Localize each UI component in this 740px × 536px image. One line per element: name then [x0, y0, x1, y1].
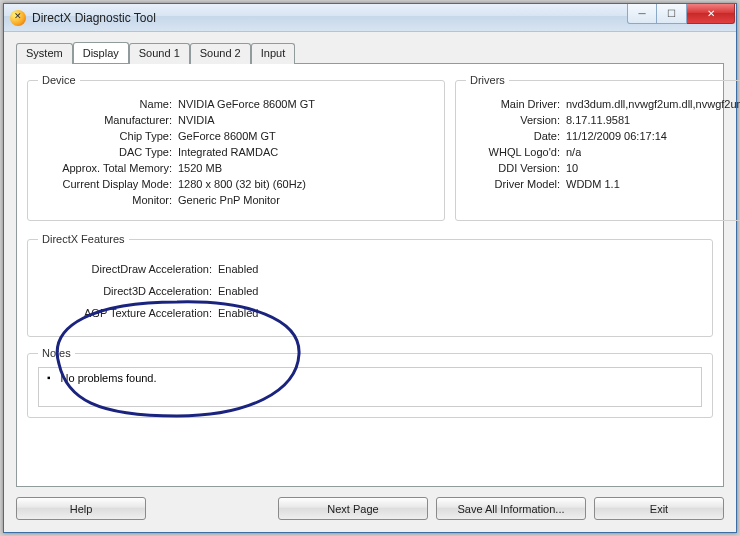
- device-monitor: Generic PnP Monitor: [178, 194, 280, 206]
- device-name-label: Name:: [38, 98, 178, 110]
- drivers-legend: Drivers: [466, 74, 509, 86]
- close-button[interactable]: ✕: [687, 4, 735, 24]
- help-button[interactable]: Help: [16, 497, 146, 520]
- device-chip-label: Chip Type:: [38, 130, 178, 142]
- tabstrip: System Display Sound 1 Sound 2 Input: [16, 42, 724, 63]
- driver-version-label: Version:: [466, 114, 566, 126]
- driver-model: WDDM 1.1: [566, 178, 620, 190]
- driver-model-label: Driver Model:: [466, 178, 566, 190]
- dxdiag-window: DirectX Diagnostic Tool ─ ☐ ✕ System Dis…: [3, 3, 737, 533]
- titlebar[interactable]: DirectX Diagnostic Tool ─ ☐ ✕: [4, 4, 736, 32]
- device-mode-label: Current Display Mode:: [38, 178, 178, 190]
- driver-date-label: Date:: [466, 130, 566, 142]
- driver-whql: n/a: [566, 146, 581, 158]
- feature-d3d-label: Direct3D Acceleration:: [38, 285, 218, 297]
- spacer: [154, 497, 270, 520]
- device-mem-label: Approx. Total Memory:: [38, 162, 178, 174]
- device-manufacturer: NVIDIA: [178, 114, 215, 126]
- device-mem: 1520 MB: [178, 162, 222, 174]
- tab-display[interactable]: Display: [73, 42, 129, 63]
- window-controls: ─ ☐ ✕: [627, 4, 735, 24]
- notes-legend: Notes: [38, 347, 75, 359]
- driver-version: 8.17.11.9581: [566, 114, 630, 126]
- next-page-button[interactable]: Next Page: [278, 497, 428, 520]
- exit-button[interactable]: Exit: [594, 497, 724, 520]
- device-legend: Device: [38, 74, 80, 86]
- notes-group: Notes ▪ No problems found.: [27, 347, 713, 418]
- driver-main: nvd3dum.dll,nvwgf2um.dll,nvwgf2um: [566, 98, 740, 110]
- footer-buttons: Help Next Page Save All Information... E…: [16, 497, 724, 520]
- bullet-icon: ▪: [47, 372, 51, 383]
- device-mode: 1280 x 800 (32 bit) (60Hz): [178, 178, 306, 190]
- features-legend: DirectX Features: [38, 233, 129, 245]
- device-dac: Integrated RAMDAC: [178, 146, 278, 158]
- device-dac-label: DAC Type:: [38, 146, 178, 158]
- tab-panel-display: Device Name:NVIDIA GeForce 8600M GT Manu…: [16, 63, 724, 487]
- notes-text: No problems found.: [61, 372, 157, 384]
- maximize-button[interactable]: ☐: [657, 4, 687, 24]
- driver-ddi-label: DDI Version:: [466, 162, 566, 174]
- device-chip: GeForce 8600M GT: [178, 130, 276, 142]
- feature-dd: Enabled: [218, 263, 258, 275]
- feature-agp-label: AGP Texture Acceleration:: [38, 307, 218, 319]
- content-area: System Display Sound 1 Sound 2 Input Dev…: [4, 32, 736, 532]
- tab-sound1[interactable]: Sound 1: [129, 43, 190, 64]
- minimize-button[interactable]: ─: [627, 4, 657, 24]
- device-manufacturer-label: Manufacturer:: [38, 114, 178, 126]
- notes-box: ▪ No problems found.: [38, 367, 702, 407]
- device-monitor-label: Monitor:: [38, 194, 178, 206]
- feature-agp: Enabled: [218, 307, 258, 319]
- features-group: DirectX Features DirectDraw Acceleration…: [27, 233, 713, 337]
- tab-input[interactable]: Input: [251, 43, 295, 64]
- driver-date: 11/12/2009 06:17:14: [566, 130, 667, 142]
- device-group: Device Name:NVIDIA GeForce 8600M GT Manu…: [27, 74, 445, 221]
- dxdiag-icon: [10, 10, 26, 26]
- device-name: NVIDIA GeForce 8600M GT: [178, 98, 315, 110]
- driver-whql-label: WHQL Logo'd:: [466, 146, 566, 158]
- drivers-group: Drivers Main Driver:nvd3dum.dll,nvwgf2um…: [455, 74, 740, 221]
- feature-d3d: Enabled: [218, 285, 258, 297]
- save-all-button[interactable]: Save All Information...: [436, 497, 586, 520]
- driver-ddi: 10: [566, 162, 578, 174]
- window-title: DirectX Diagnostic Tool: [32, 11, 156, 25]
- feature-dd-label: DirectDraw Acceleration:: [38, 263, 218, 275]
- tab-system[interactable]: System: [16, 43, 73, 64]
- tab-sound2[interactable]: Sound 2: [190, 43, 251, 64]
- driver-main-label: Main Driver:: [466, 98, 566, 110]
